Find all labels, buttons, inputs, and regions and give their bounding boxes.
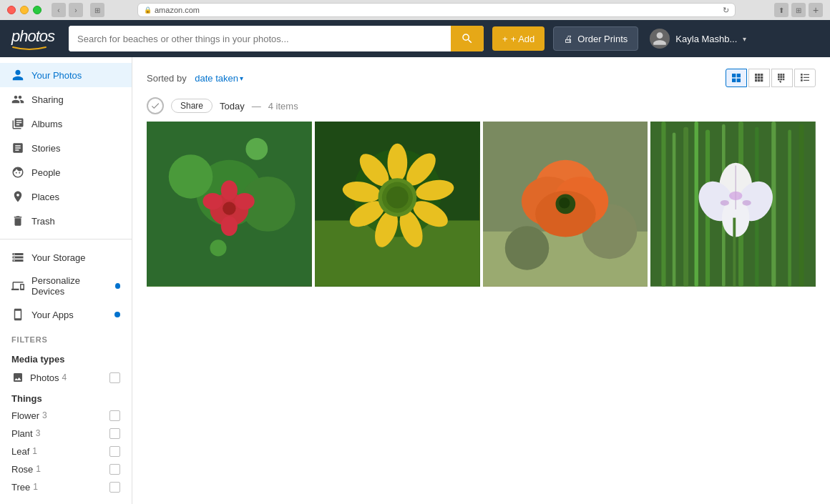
minimize-button[interactable] xyxy=(20,6,29,14)
share-label: Share xyxy=(180,101,203,111)
storage-icon xyxy=(11,251,24,264)
user-menu[interactable]: Kayla Mashb... ▾ xyxy=(650,29,746,49)
sidebar-item-albums[interactable]: Albums xyxy=(0,112,132,136)
view-medium-grid-button[interactable] xyxy=(748,69,770,87)
sort-prefix: Sorted by xyxy=(147,73,187,84)
print-icon: 🖨 xyxy=(564,34,573,44)
user-name: Kayla Mashb... xyxy=(675,34,737,44)
address-bar[interactable]: 🔒 amazon.com ↻ xyxy=(137,3,736,17)
sidebar-item-places[interactable]: Places xyxy=(0,184,132,209)
sidebar-divider xyxy=(0,239,132,239)
large-grid-icon xyxy=(731,72,742,84)
new-tab-button[interactable]: ⊞ xyxy=(791,3,806,17)
sidebar-item-stories[interactable]: Stories xyxy=(0,136,132,160)
apps-icon xyxy=(11,308,24,321)
sidebar-label-your-photos: Your Photos xyxy=(31,70,82,81)
sidebar-label-places: Places xyxy=(31,192,59,202)
filter-item-leaf[interactable]: Leaf 1 xyxy=(0,443,132,460)
filter-count-tree: 1 xyxy=(33,482,38,493)
sidebar-item-sharing[interactable]: Sharing xyxy=(0,87,132,112)
toolbar-row: Sorted by date taken ▾ xyxy=(147,69,816,87)
search-icon xyxy=(461,32,474,45)
app-header: photos + + Add 🖨 Order Prints Kayla Mash… xyxy=(0,20,830,57)
checkmark-icon xyxy=(150,101,160,111)
sidebar-item-apps[interactable]: Your Apps xyxy=(0,302,132,327)
refresh-button[interactable]: ↻ xyxy=(723,6,729,15)
photo-item-2[interactable] xyxy=(315,122,480,287)
sidebar-toggle-button[interactable]: ⊞ xyxy=(90,3,104,17)
filter-label-leaf: Leaf 1 xyxy=(11,446,104,457)
section-date: Today xyxy=(220,101,245,112)
order-prints-label: Order Prints xyxy=(577,34,628,44)
section-count: 4 items xyxy=(268,101,298,112)
search-button[interactable] xyxy=(451,26,484,51)
filter-count-leaf: 1 xyxy=(32,446,37,457)
close-button[interactable] xyxy=(7,6,16,14)
add-label: + Add xyxy=(511,34,535,44)
album-icon xyxy=(11,117,24,130)
sidebar-item-people[interactable]: People xyxy=(0,160,132,184)
devices-icon xyxy=(11,280,24,292)
filter-count-photos: 4 xyxy=(62,372,67,383)
sort-field: date taken xyxy=(195,73,238,84)
avatar xyxy=(650,29,670,49)
view-list-button[interactable] xyxy=(794,69,816,87)
filter-item-flower[interactable]: Flower 3 xyxy=(0,407,132,425)
app-logo[interactable]: photos xyxy=(11,27,54,50)
sidebar-label-people: People xyxy=(31,167,60,178)
filter-item-plant[interactable]: Plant 3 xyxy=(0,425,132,443)
small-grid-icon xyxy=(776,72,788,84)
address-text: amazon.com xyxy=(155,6,200,14)
view-large-grid-button[interactable] xyxy=(726,69,747,87)
title-bar: ‹ › ⊞ 🔒 amazon.com ↻ ⬆ ⊞ + xyxy=(0,0,830,20)
photo-item-4[interactable] xyxy=(650,122,816,287)
apps-badge xyxy=(114,312,120,317)
filter-checkbox-photos[interactable] xyxy=(109,372,120,383)
photo-item-3[interactable] xyxy=(483,122,648,287)
face-icon xyxy=(11,166,24,179)
search-bar[interactable] xyxy=(69,26,484,51)
person-icon xyxy=(11,69,24,81)
filter-count-flower: 3 xyxy=(42,410,47,421)
add-tab-button[interactable]: + xyxy=(809,3,823,17)
filter-item-photos[interactable]: Photos 4 xyxy=(0,367,132,387)
view-small-grid-button[interactable] xyxy=(771,69,793,87)
filter-checkbox-tree[interactable] xyxy=(109,482,120,493)
filter-item-tree[interactable]: Tree 1 xyxy=(0,478,132,496)
section-header: Share Today — 4 items xyxy=(147,97,816,114)
sidebar: Your Photos Sharing Albums Stories xyxy=(0,57,132,504)
view-toggle xyxy=(726,69,816,87)
filter-count-rose: 1 xyxy=(36,464,41,475)
share-window-button[interactable]: ⬆ xyxy=(774,3,788,17)
sort-label: Sorted by date taken ▾ xyxy=(147,73,243,84)
share-button[interactable]: Share xyxy=(171,99,213,113)
logo-smile-icon xyxy=(11,46,47,50)
sidebar-label-trash: Trash xyxy=(31,216,55,227)
select-all-button[interactable] xyxy=(147,97,164,114)
filter-count-plant: 3 xyxy=(36,428,41,439)
lock-icon: 🔒 xyxy=(144,6,152,14)
add-button[interactable]: + + Add xyxy=(492,26,545,51)
sort-field-button[interactable]: date taken ▾ xyxy=(195,73,243,84)
photo-item-1[interactable] xyxy=(147,122,312,287)
search-input[interactable] xyxy=(69,26,451,51)
filter-checkbox-rose[interactable] xyxy=(109,464,120,475)
filter-item-rose[interactable]: Rose 1 xyxy=(0,460,132,478)
filter-checkbox-plant[interactable] xyxy=(109,428,120,439)
maximize-button[interactable] xyxy=(33,6,42,14)
medium-grid-icon xyxy=(753,72,765,84)
add-icon: + xyxy=(502,34,508,44)
sidebar-label-apps: Your Apps xyxy=(31,310,74,320)
sidebar-item-trash[interactable]: Trash xyxy=(0,209,132,233)
sidebar-item-your-photos[interactable]: Your Photos xyxy=(0,63,132,87)
sidebar-item-storage[interactable]: Your Storage xyxy=(0,245,132,270)
filter-checkbox-flower[interactable] xyxy=(109,410,120,421)
people-icon xyxy=(11,93,24,106)
filter-checkbox-leaf[interactable] xyxy=(109,446,120,457)
sidebar-item-devices[interactable]: Personalize Devices xyxy=(0,270,132,302)
media-types-label: Media types xyxy=(0,348,132,367)
forward-button[interactable]: › xyxy=(69,3,83,17)
order-prints-button[interactable]: 🖨 Order Prints xyxy=(553,26,638,51)
back-button[interactable]: ‹ xyxy=(52,3,66,17)
list-grid-icon xyxy=(799,72,811,84)
